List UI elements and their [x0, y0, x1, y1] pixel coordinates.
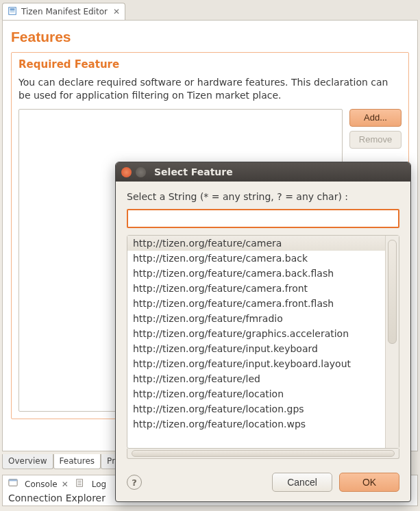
svg-rect-3: [10, 11, 15, 12]
console-icon: [8, 478, 18, 490]
horizontal-scrollbar[interactable]: [127, 449, 399, 459]
section-title: Required Feature: [18, 58, 402, 71]
dialog-prompt: Select a String (* = any string, ? = any…: [127, 191, 399, 202]
remove-button[interactable]: Remove: [349, 131, 402, 149]
editor-tab-strip: Tizen Manifest Editor ✕: [0, 0, 420, 20]
editor-tab-active[interactable]: Tizen Manifest Editor ✕: [2, 3, 125, 20]
log-icon: [75, 478, 85, 490]
feature-listbox[interactable]: http://tizen.org/feature/camerahttp://ti…: [127, 236, 385, 448]
list-item[interactable]: http://tizen.org/feature/input.keyboard: [127, 341, 385, 356]
tab-features[interactable]: Features: [53, 454, 101, 469]
cancel-button[interactable]: Cancel: [272, 473, 332, 492]
list-item[interactable]: http://tizen.org/feature/location.gps: [127, 401, 385, 416]
filter-input[interactable]: [127, 209, 399, 228]
list-item[interactable]: http://tizen.org/feature/graphics.accele…: [127, 326, 385, 341]
manifest-icon: [8, 6, 17, 18]
scrollbar-thumb[interactable]: [388, 240, 397, 344]
console-tab-label[interactable]: Console: [25, 479, 58, 489]
window-close-icon[interactable]: [121, 167, 132, 177]
close-icon[interactable]: ✕: [113, 7, 120, 16]
list-item[interactable]: http://tizen.org/feature/input.keyboard.…: [127, 356, 385, 371]
add-button[interactable]: Add...: [349, 109, 402, 127]
page-title: Features: [11, 29, 409, 45]
svg-rect-5: [9, 479, 17, 482]
list-item[interactable]: http://tizen.org/feature/led: [127, 371, 385, 386]
svg-rect-2: [10, 10, 15, 11]
section-description: You can declare required software or har…: [18, 76, 402, 102]
vertical-scrollbar[interactable]: [385, 236, 399, 448]
list-item[interactable]: http://tizen.org/feature/location: [127, 386, 385, 401]
list-item[interactable]: http://tizen.org/feature/camera.back: [127, 251, 385, 266]
log-tab-label[interactable]: Log: [92, 479, 106, 489]
dialog-titlebar[interactable]: Select Feature: [116, 162, 410, 182]
svg-rect-1: [10, 8, 15, 10]
list-item[interactable]: http://tizen.org/feature/camera.back.fla…: [127, 266, 385, 281]
dialog-title: Select Feature: [154, 166, 233, 177]
scrollbar-thumb[interactable]: [132, 450, 395, 457]
list-item[interactable]: http://tizen.org/feature/camera: [127, 236, 385, 251]
close-icon[interactable]: ✕: [62, 479, 69, 489]
tab-overview[interactable]: Overview: [2, 454, 53, 469]
ok-button[interactable]: OK: [339, 473, 399, 492]
list-item[interactable]: http://tizen.org/feature/location.wps: [127, 416, 385, 432]
list-item[interactable]: http://tizen.org/feature/camera.front: [127, 281, 385, 296]
list-item[interactable]: http://tizen.org/feature/fmradio: [127, 311, 385, 326]
select-feature-dialog: Select Feature Select a String (* = any …: [115, 162, 411, 502]
list-item[interactable]: http://tizen.org/feature/camera.front.fl…: [127, 296, 385, 311]
window-minimize-icon[interactable]: [136, 167, 146, 177]
editor-tab-label: Tizen Manifest Editor: [21, 7, 108, 16]
help-icon[interactable]: ?: [127, 475, 142, 490]
